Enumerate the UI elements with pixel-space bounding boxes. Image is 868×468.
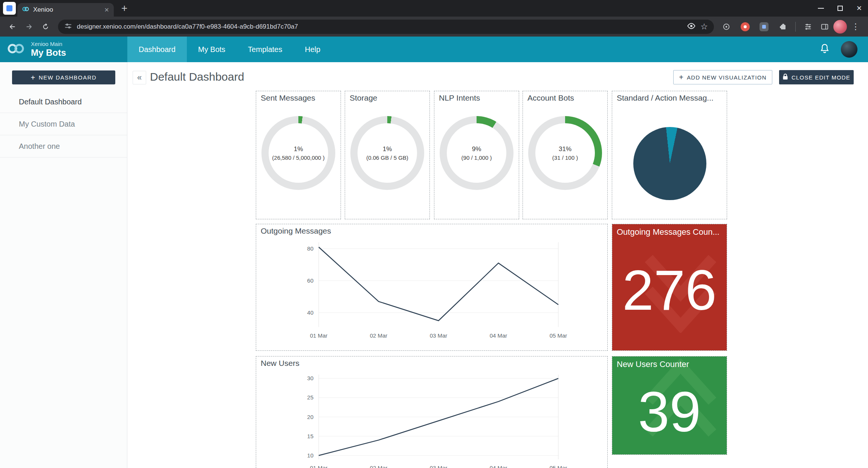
tune-icon[interactable] bbox=[800, 19, 816, 35]
svg-text:04 Mar: 04 Mar bbox=[490, 465, 507, 468]
sidebar-item-default-dashboard[interactable]: Default Dashboard bbox=[0, 91, 127, 113]
svg-text:02 Mar: 02 Mar bbox=[370, 465, 388, 468]
window-menu-tile[interactable] bbox=[3, 2, 16, 15]
donut-detail-label: (31 / 100 ) bbox=[552, 154, 578, 161]
sidebar-item-another-one[interactable]: Another one bbox=[0, 135, 127, 158]
new-dashboard-button[interactable]: + NEW DASHBOARD bbox=[12, 70, 115, 84]
side-panel-icon[interactable] bbox=[817, 19, 833, 35]
widget-new-users-counter[interactable]: New Users Counter 39 bbox=[612, 356, 727, 455]
new-tab-button[interactable]: + bbox=[121, 2, 127, 14]
reload-icon[interactable] bbox=[38, 19, 53, 35]
widget-sent-messages[interactable]: Sent Messages 1% (26,580 / 5,000,000 ) bbox=[256, 91, 341, 219]
counter-value: 39 bbox=[612, 372, 727, 454]
notifications-bell-icon[interactable] bbox=[819, 43, 830, 56]
minimize-icon[interactable] bbox=[818, 8, 824, 9]
app-nav: Dashboard My Bots Templates Help bbox=[127, 37, 332, 62]
donut-percent-label: 31% bbox=[559, 145, 572, 153]
extensions-cluster bbox=[718, 19, 791, 35]
bookmark-star-icon[interactable]: ☆ bbox=[700, 22, 708, 32]
nav-item-my-bots[interactable]: My Bots bbox=[187, 37, 237, 62]
window-close-icon[interactable]: ✕ bbox=[856, 4, 862, 12]
extensions-puzzle-icon[interactable] bbox=[775, 19, 791, 35]
site-info-icon[interactable] bbox=[64, 22, 72, 32]
widget-title: Outgoing Messages bbox=[261, 226, 331, 236]
widget-outgoing-messages-counter[interactable]: Outgoing Messages Coun... 276 bbox=[612, 224, 727, 351]
toolbar-divider bbox=[795, 22, 796, 32]
svg-text:05 Mar: 05 Mar bbox=[550, 465, 567, 468]
svg-text:01 Mar: 01 Mar bbox=[310, 332, 328, 339]
donut-detail-label: (26,580 / 5,000,000 ) bbox=[272, 154, 324, 161]
counter-title: New Users Counter bbox=[612, 356, 727, 372]
adblock-extension-icon[interactable] bbox=[737, 19, 753, 35]
svg-text:04 Mar: 04 Mar bbox=[490, 332, 507, 339]
svg-text:30: 30 bbox=[307, 375, 313, 381]
svg-text:25: 25 bbox=[307, 394, 313, 401]
plus-icon: + bbox=[31, 74, 36, 81]
svg-text:60: 60 bbox=[307, 277, 313, 284]
widget-title: Storage bbox=[350, 93, 377, 102]
widget-title: NLP Intents bbox=[439, 93, 480, 102]
widget-outgoing-messages[interactable]: Outgoing Messages 40608001 Mar02 Mar03 M… bbox=[256, 224, 608, 351]
svg-text:03 Mar: 03 Mar bbox=[430, 332, 448, 339]
app-header: Xenioo Main My Bots Dashboard My Bots Te… bbox=[0, 37, 868, 62]
widget-standard-action-messages[interactable]: Standard / Action Messag... bbox=[612, 91, 727, 219]
tab-close-icon[interactable]: ✕ bbox=[104, 6, 109, 14]
browser-tab[interactable]: Xenioo ✕ bbox=[17, 3, 114, 17]
forward-icon[interactable] bbox=[21, 19, 37, 35]
add-visualization-button[interactable]: + ADD NEW VISUALIZATION bbox=[673, 70, 772, 84]
widget-storage[interactable]: Storage 1% (0.06 GB / 5 GB) bbox=[345, 91, 430, 219]
close-edit-mode-button[interactable]: CLOSE EDIT MODE bbox=[779, 70, 854, 84]
browser-tab-strip: Xenioo ✕ + ✕ bbox=[0, 0, 868, 17]
svg-text:01 Mar: 01 Mar bbox=[310, 465, 328, 468]
widget-title: New Users bbox=[261, 359, 300, 368]
preview-eye-icon[interactable] bbox=[687, 21, 696, 32]
donut-detail-label: (90 / 1,000 ) bbox=[462, 154, 492, 161]
svg-text:10: 10 bbox=[307, 452, 313, 459]
donut-percent-label: 1% bbox=[383, 145, 392, 153]
svg-text:20: 20 bbox=[307, 414, 313, 420]
browser-window: Xenioo ✕ + ✕ designer.xenioo.com/en/dash… bbox=[0, 0, 868, 468]
nav-item-help[interactable]: Help bbox=[293, 37, 332, 62]
back-icon[interactable] bbox=[5, 19, 20, 35]
user-avatar[interactable] bbox=[841, 41, 857, 58]
nav-item-templates[interactable]: Templates bbox=[237, 37, 293, 62]
maximize-icon[interactable] bbox=[837, 6, 843, 11]
page-title: Default Dashboard bbox=[150, 70, 244, 83]
widget-new-users[interactable]: New Users 101520253001 Mar02 Mar03 Mar04… bbox=[256, 356, 608, 468]
sent-messages-donut-chart: 1% (26,580 / 5,000,000 ) bbox=[261, 116, 335, 190]
sidebar-item-my-custom-data[interactable]: My Custom Data bbox=[0, 113, 127, 135]
xenioo-logo-icon bbox=[7, 42, 26, 57]
browser-menu-icon[interactable]: ⋮ bbox=[848, 22, 863, 32]
dashboard-list: Default Dashboard My Custom Data Another… bbox=[0, 91, 127, 158]
svg-text:80: 80 bbox=[307, 245, 313, 252]
screen-capture-extension-icon[interactable] bbox=[756, 19, 772, 35]
collapse-sidebar-button[interactable]: « bbox=[133, 71, 146, 84]
counter-value: 276 bbox=[612, 240, 727, 350]
donut-percent-label: 1% bbox=[294, 145, 303, 153]
window-controls: ✕ bbox=[818, 0, 862, 17]
dashboard-sidebar: + NEW DASHBOARD Default Dashboard My Cus… bbox=[0, 62, 127, 468]
nav-item-dashboard[interactable]: Dashboard bbox=[127, 37, 187, 62]
app-brand[interactable]: Xenioo Main My Bots bbox=[0, 37, 127, 62]
nlp-intents-donut-chart: 9% (90 / 1,000 ) bbox=[440, 116, 513, 190]
cast-extension-icon[interactable] bbox=[718, 19, 734, 35]
tab-title: Xenioo bbox=[33, 6, 101, 14]
new-users-line-chart: 101520253001 Mar02 Mar03 Mar04 Mar05 Mar bbox=[256, 356, 607, 468]
donut-detail-label: (0.06 GB / 5 GB) bbox=[366, 154, 408, 161]
messages-pie-chart bbox=[633, 127, 706, 200]
brand-account-name: Xenioo Main bbox=[31, 41, 66, 47]
svg-text:02 Mar: 02 Mar bbox=[370, 332, 388, 339]
browser-toolbar: designer.xenioo.com/en/dashboard/ca0a77f… bbox=[0, 17, 868, 37]
address-bar[interactable]: designer.xenioo.com/en/dashboard/ca0a77f… bbox=[58, 20, 714, 34]
widget-nlp-intents[interactable]: NLP Intents 9% (90 / 1,000 ) bbox=[434, 91, 519, 219]
site-favicon bbox=[22, 5, 29, 14]
dashboard-main: « Default Dashboard + ADD NEW VISUALIZAT… bbox=[127, 62, 868, 468]
lock-icon bbox=[782, 73, 788, 81]
widget-account-bots[interactable]: Account Bots 31% (31 / 100 ) bbox=[523, 91, 608, 219]
app-header-right bbox=[819, 37, 868, 62]
browser-profile-avatar[interactable] bbox=[833, 20, 847, 34]
svg-text:05 Mar: 05 Mar bbox=[550, 332, 567, 339]
counter-title: Outgoing Messages Coun... bbox=[612, 224, 727, 240]
account-bots-donut-chart: 31% (31 / 100 ) bbox=[528, 116, 602, 190]
outgoing-messages-line-chart: 40608001 Mar02 Mar03 Mar04 Mar05 Mar bbox=[256, 224, 607, 350]
